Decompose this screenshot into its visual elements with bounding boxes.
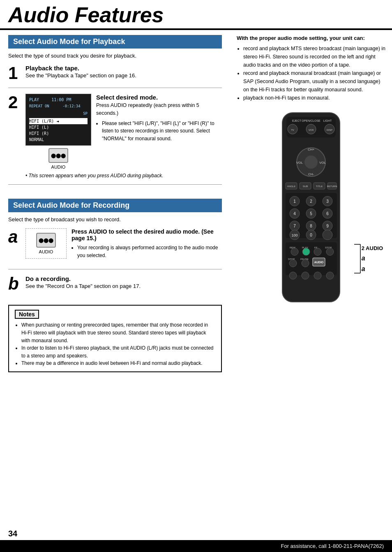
svg-text:5: 5 <box>310 211 312 216</box>
svg-text:1: 1 <box>293 199 296 204</box>
svg-text:TV: TV <box>291 129 294 131</box>
page-title: Audio Features <box>0 0 392 30</box>
svg-text:CH-: CH- <box>308 172 314 176</box>
svg-text:VCR: VCR <box>309 129 314 131</box>
svg-point-48 <box>323 230 332 240</box>
note-item-3: There may be a difference in audio level… <box>21 359 215 367</box>
svg-point-66 <box>314 272 321 279</box>
right-column: With the proper audio mode setting, your… <box>230 30 392 377</box>
step1-row: 1 Playback the tape. See the "Playback a… <box>8 65 222 82</box>
vcr-item-normal: NORMAL <box>29 137 88 143</box>
audio-button-icon: ⬤⬤⬤ <box>48 148 68 163</box>
step-b-row: b Do a recording. See the "Record On a T… <box>8 275 222 292</box>
svg-text:ANGLE: ANGLE <box>287 185 295 188</box>
page-wrapper: Audio Features Select Audio Mode for Pla… <box>0 0 392 552</box>
notes-list: When purchasing or renting prerecorded t… <box>21 321 215 367</box>
right-bullet-1: record and playback MTS stereo broadcast… <box>243 44 385 69</box>
step-b-title: Do a recording. <box>25 275 222 282</box>
audio-btn-display: ⬤⬤⬤ AUDIO <box>25 148 91 169</box>
divider1 <box>8 88 222 88</box>
bracket-svg <box>352 236 385 285</box>
step2-text-block: Select desired mode. Press AUDIO repeate… <box>96 94 222 142</box>
step2-bullets: Please select "HIFI (L/R)", "HIFI (L)" o… <box>102 120 222 143</box>
svg-text:SUB: SUB <box>303 185 308 188</box>
svg-point-64 <box>289 272 297 279</box>
svg-text:0: 0 <box>310 233 312 237</box>
svg-text:DISP: DISP <box>327 129 332 131</box>
svg-point-51 <box>291 248 298 255</box>
audio-btn-label-a: AUDIO <box>39 249 53 254</box>
svg-text:100: 100 <box>291 233 297 237</box>
step-a-row: a ⬤⬤⬤ AUDIO Press AUDIO to select the de… <box>8 228 222 263</box>
right-bullet-3: playback non-Hi-Fi tapes in monaural. <box>243 94 385 102</box>
notes-title: Notes <box>15 310 39 319</box>
svg-text:CH+: CH+ <box>308 148 315 151</box>
right-bullet-2: record and playback monaural broadcast (… <box>243 69 385 94</box>
svg-text:8: 8 <box>310 224 312 228</box>
notes-box: Notes When purchasing or renting prereco… <box>8 305 222 372</box>
step-b-desc: See the "Record On a Tape" section on pa… <box>25 283 222 289</box>
svg-text:EJECT: EJECT <box>292 119 302 122</box>
remote-svg-image: EJECT OPEN/CLOSE LIGHT TV VCR DISP <box>270 109 352 306</box>
svg-text:RETURN: RETURN <box>327 185 337 188</box>
right-bullets: record and playback MTS stereo broadcast… <box>243 44 385 102</box>
svg-text:4: 4 <box>293 211 296 216</box>
svg-text:7: 7 <box>293 224 296 228</box>
svg-text:VOL: VOL <box>319 161 326 165</box>
step2-number: 2 <box>8 94 21 111</box>
step1-desc: See the "Playback a Tape" section on pag… <box>25 72 222 79</box>
page-number: 34 <box>0 527 392 540</box>
step-b-letter: b <box>8 275 21 292</box>
audio-button-label: AUDIO <box>51 165 66 169</box>
vcr-display-box: PLAY 11:00 PM REPEAT ON -0:12:34 SP HIFI… <box>25 94 91 169</box>
vcr-display: PLAY 11:00 PM REPEAT ON -0:12:34 SP HIFI… <box>25 94 91 146</box>
rec-step-a-inner: ⬤⬤⬤ AUDIO Press AUDIO to select the desi… <box>25 228 222 259</box>
right-intro: With the proper audio mode setting, your… <box>237 35 385 41</box>
rec-step-a-title: Press AUDIO to select the desired audio … <box>71 228 222 241</box>
svg-point-57 <box>326 248 334 255</box>
svg-text:2: 2 <box>310 199 312 204</box>
rec-step-a-bullet1: Your recording is always performed accor… <box>77 244 222 259</box>
svg-point-59 <box>289 260 297 267</box>
step-b-content: Do a recording. See the "Record On a Tap… <box>25 275 222 289</box>
vcr-item-hifi-r: HIFI (R) <box>29 130 88 137</box>
step1-title: Playback the tape. <box>25 65 222 72</box>
step-a-content: ⬤⬤⬤ AUDIO Press AUDIO to select the desi… <box>25 228 222 263</box>
svg-point-55 <box>314 248 321 255</box>
step2-title: Select desired mode. <box>96 94 222 101</box>
svg-point-67 <box>326 272 334 279</box>
vcr-item-hifi-l: HIFI (L) <box>29 124 88 130</box>
note-item-1: When purchasing or renting prerecorded t… <box>21 321 215 344</box>
svg-text:9: 9 <box>326 224 329 228</box>
svg-text:3: 3 <box>326 199 329 204</box>
section1-header: Select Audio Mode for Playback <box>8 35 222 49</box>
footer-bar: For assistance, call 1-800-211-PANA(7262… <box>0 540 392 552</box>
remote-svg: EJECT OPEN/CLOSE LIGHT TV VCR DISP <box>270 109 352 307</box>
step1-content: Playback the tape. See the "Playback a T… <box>25 65 222 79</box>
step2-bullet1: Please select "HIFI (L/R)", "HIFI (L)" o… <box>102 120 222 143</box>
svg-text:6: 6 <box>326 211 329 216</box>
step-a-letter: a <box>8 228 21 246</box>
vcr-line1: PLAY 11:00 PM <box>29 97 88 103</box>
bottom-area: 34 For assistance, call 1-800-211-PANA(7… <box>0 527 392 552</box>
step1-number: 1 <box>8 65 21 82</box>
section2-intro: Select the type of broadcast you wish to… <box>8 216 222 223</box>
svg-point-61 <box>302 260 309 267</box>
left-column: Select Audio Mode for Playback Select th… <box>0 30 230 377</box>
divider3 <box>8 269 222 269</box>
step2-inner: PLAY 11:00 PM REPEAT ON -0:12:34 SP HIFI… <box>25 94 222 169</box>
divider2 <box>8 184 222 185</box>
note-item-2: In order to listen to Hi-Fi stereo playb… <box>21 344 215 359</box>
remote-illustration: EJECT OPEN/CLOSE LIGHT TV VCR DISP <box>237 109 385 307</box>
step2-desc1: Press AUDIO repeatedly (each press withi… <box>96 102 222 117</box>
audio-btn-box: ⬤⬤⬤ AUDIO <box>25 228 67 259</box>
svg-text:TITLE: TITLE <box>316 185 323 188</box>
rec-step-a-bullets: Your recording is always performed accor… <box>77 244 222 259</box>
step2-content: PLAY 11:00 PM REPEAT ON -0:12:34 SP HIFI… <box>25 94 222 179</box>
svg-text:AUDIO: AUDIO <box>314 261 324 264</box>
audio-btn-icon-a: ⬤⬤⬤ <box>36 233 56 248</box>
rec-step-a-text: Press AUDIO to select the desired audio … <box>71 228 222 259</box>
vcr-item-hifi-lr: HIFI (L/R) ◄ <box>29 118 88 124</box>
main-layout: Select Audio Mode for Playback Select th… <box>0 30 392 377</box>
svg-point-12 <box>304 155 318 169</box>
